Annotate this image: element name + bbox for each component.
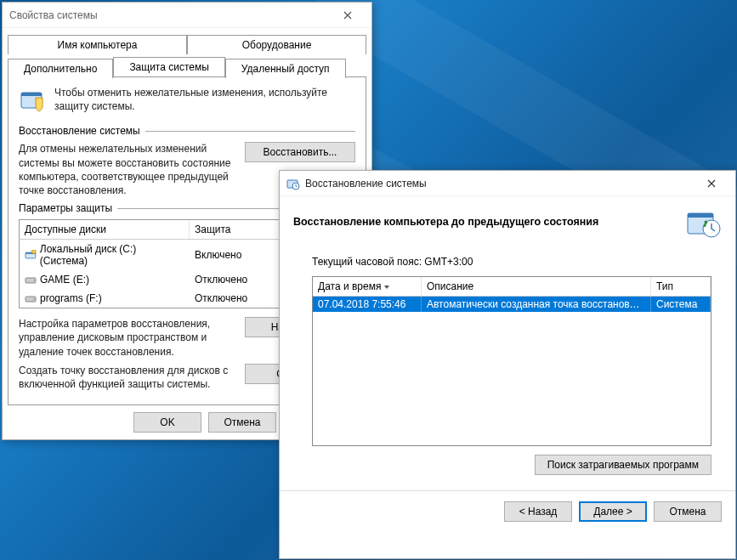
system-restore-window: Восстановление системы Восстановление ко… — [279, 170, 736, 559]
back-button[interactable]: < Назад — [504, 501, 572, 522]
create-desc: Создать точку восстановления для дисков … — [19, 364, 235, 391]
tabs-row-bottom: Дополнительно Защита системы Удаленный д… — [3, 52, 371, 76]
close-icon — [343, 11, 352, 20]
tabs-row-top: Имя компьютера Оборудование — [3, 28, 371, 53]
restore-big-icon — [686, 205, 722, 239]
svg-rect-12 — [688, 213, 713, 218]
tab-remote[interactable]: Удаленный доступ — [225, 59, 346, 78]
svg-point-6 — [33, 280, 35, 281]
tab-computer-name[interactable]: Имя компьютера — [8, 35, 187, 54]
wizard-footer: < Назад Далее > Отмена — [280, 491, 735, 532]
drive-icon — [25, 293, 37, 303]
th-date[interactable]: Дата и время — [313, 277, 422, 296]
ok-button[interactable]: OK — [133, 412, 201, 433]
cell-desc: Автоматически созданная точка восстановл… — [422, 297, 651, 312]
drive-name: programs (F:) — [40, 292, 102, 304]
close-button[interactable] — [694, 173, 728, 194]
close-button[interactable] — [331, 5, 365, 25]
configure-desc: Настройка параметров восстановления, упр… — [19, 317, 235, 359]
th-desc[interactable]: Описание — [422, 277, 651, 296]
tab-hardware[interactable]: Оборудование — [187, 35, 366, 54]
cancel-button[interactable]: Отмена — [654, 501, 722, 522]
cancel-button[interactable]: Отмена — [208, 412, 276, 433]
next-button[interactable]: Далее > — [579, 501, 647, 522]
svg-rect-1 — [21, 93, 42, 96]
th-type[interactable]: Тип — [651, 277, 711, 296]
window-title: Свойства системы — [9, 9, 331, 21]
restore-button[interactable]: Восстановить... — [245, 142, 355, 162]
th-drive[interactable]: Доступные диски — [20, 220, 190, 239]
drive-name: Локальный диск (C:) (Система) — [40, 243, 184, 267]
svg-rect-4 — [32, 250, 36, 253]
restore-app-icon — [286, 177, 300, 190]
window-title: Восстановление системы — [305, 178, 694, 189]
group-restore-label: Восстановление системы — [19, 125, 140, 137]
wizard-heading: Восстановление компьютера до предыдущего… — [293, 216, 676, 228]
scan-programs-button[interactable]: Поиск затрагиваемых программ — [535, 455, 711, 475]
restore-desc: Для отмены нежелательных изменений систе… — [19, 142, 235, 197]
cell-date: 07.04.2018 7:55:46 — [313, 297, 422, 312]
group-params-label: Параметры защиты — [19, 202, 112, 214]
cell-type: Система — [651, 297, 711, 312]
tab-system-protection[interactable]: Защита системы — [113, 57, 224, 76]
close-icon — [707, 179, 716, 188]
restore-points-table: Дата и время Описание Тип 07.04.2018 7:5… — [312, 276, 711, 446]
titlebar[interactable]: Восстановление системы — [280, 171, 735, 196]
titlebar[interactable]: Свойства системы — [3, 3, 371, 28]
timezone-label: Текущий часовой пояс: GMT+3:00 — [312, 256, 711, 268]
drive-name: GAME (E:) — [40, 274, 89, 286]
drive-icon — [25, 274, 37, 285]
drive-icon — [25, 250, 37, 260]
tab-advanced[interactable]: Дополнительно — [8, 59, 113, 78]
svg-point-8 — [33, 298, 35, 300]
shield-icon — [19, 86, 46, 113]
info-text: Чтобы отменить нежелательные изменения, … — [54, 86, 355, 113]
table-row[interactable]: 07.04.2018 7:55:46Автоматически созданна… — [313, 297, 711, 312]
